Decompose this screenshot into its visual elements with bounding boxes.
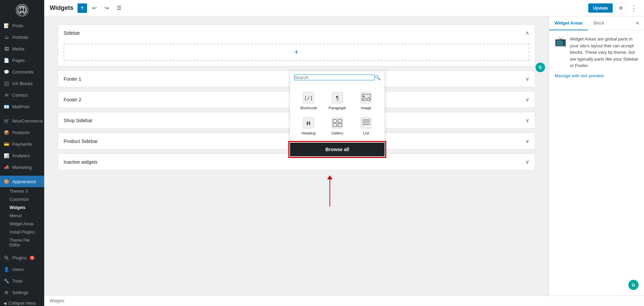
sidebar-item-contact-label: Contact [12, 93, 28, 98]
sidebar-item-settings-label: Settings [12, 290, 28, 295]
sidebar-subitem-theme-file-editor[interactable]: Theme File Editor [0, 236, 44, 249]
plugins-badge: 5 [30, 256, 35, 260]
theme-file-editor-label: Theme File Editor [10, 238, 30, 247]
page-footer: Widgets [44, 295, 644, 306]
products-icon: 📦 [3, 129, 10, 135]
tab-block[interactable]: Block [588, 16, 610, 30]
sidebar-item-mailpoet[interactable]: 📧 MailPoet [0, 101, 44, 112]
mailpoet-icon: 📧 [3, 103, 10, 110]
image-label: Image [361, 106, 371, 110]
sidebar-item-pages[interactable]: 📄 Pages [0, 54, 44, 66]
chevron-down-icon-inactive: ∨ [525, 159, 529, 165]
image-icon [360, 92, 372, 104]
sidebar-item-settings[interactable]: ⚙ Settings [0, 287, 44, 298]
sidebar-item-payments[interactable]: 💳 Payments [0, 138, 44, 150]
chevron-down-icon-footer1: ∨ [525, 76, 529, 82]
svg-text:[/]: [/] [304, 95, 313, 101]
search-input[interactable] [294, 75, 375, 80]
sidebar-item-ux-blocks-label: UX Blocks [12, 81, 33, 86]
sidebar-item-woocommerce[interactable]: 🛒 WooCommerce [0, 115, 44, 127]
inserter-block-paragraph[interactable]: ¶ Paragraph [323, 88, 352, 113]
sidebar-subitem-menus[interactable]: Menus [0, 212, 44, 220]
inserter-block-image[interactable]: Image [352, 88, 380, 113]
add-block-button[interactable]: + [78, 3, 87, 13]
sidebar-subitem-customize[interactable]: Customize [0, 195, 44, 204]
themes-label: Themes [10, 189, 24, 194]
sidebar-item-products-label: Products [12, 130, 30, 135]
sidebar-item-media[interactable]: 🖼 Media [0, 43, 44, 54]
inserter-block-heading[interactable]: H Heading [294, 113, 323, 139]
sidebar-item-posts[interactable]: 📝 Posts [0, 20, 44, 31]
redo-button[interactable]: ↪ [102, 3, 112, 13]
tools-icon: 🔧 [3, 278, 10, 284]
search-icon: 🔍 [375, 75, 380, 80]
svg-point-7 [363, 96, 365, 97]
collapse-menu[interactable]: ◀ Collapse menu [0, 298, 44, 306]
sidebar-item-posts-label: Posts [12, 23, 23, 28]
sidebar-item-comments[interactable]: 💬 Comments [0, 66, 44, 78]
sidebar-item-tools-label: Tools [12, 278, 22, 284]
shortcode-label: Shortcode [300, 106, 317, 110]
shortcode-icon: [/] [302, 92, 315, 104]
sidebar-item-appearance[interactable]: 🎨 Appearance [0, 176, 44, 187]
manage-live-preview-link[interactable]: Manage with live preview [555, 73, 639, 78]
update-button[interactable]: Update [588, 3, 613, 13]
sidebar-item-ux-blocks[interactable]: ⬛ UX Blocks [0, 78, 44, 89]
more-options-button[interactable]: ⋮ [629, 3, 639, 13]
sidebar-item-tools[interactable]: 🔧 Tools [0, 275, 44, 287]
sidebar-item-products[interactable]: 📦 Products [0, 127, 44, 138]
woocommerce-icon: 🛒 [3, 118, 10, 124]
heading-label: Heading [302, 131, 316, 135]
list-view-button[interactable]: ☰ [114, 3, 124, 13]
inserter-block-list[interactable]: List [352, 113, 380, 139]
sidebar-subitem-widget-areas[interactable]: Widget Areas [0, 220, 44, 228]
close-panel-button[interactable]: × [631, 17, 644, 30]
gallery-icon [331, 117, 343, 129]
sidebar-item-analytics[interactable]: 📊 Analytics [0, 150, 44, 161]
widget-areas-description-area: 📺 Widget Areas are global parts in your … [555, 36, 639, 69]
comments-icon: 💬 [3, 69, 10, 75]
close-icon: × [635, 20, 639, 27]
widget-main: Sidebar ∧ + G Footer 1 ∨ [44, 16, 549, 295]
right-panel-content: 📺 Widget Areas are global parts in your … [549, 30, 644, 168]
sidebar-subitem-install-plugins[interactable]: Install Plugins [0, 228, 44, 236]
posts-icon: 📝 [3, 22, 10, 29]
wp-logo [0, 0, 44, 20]
section-title-footer2: Footer 2 [64, 97, 81, 102]
inserter-block-shortcode[interactable]: [/] Shortcode [294, 88, 323, 113]
undo-button[interactable]: ↩ [90, 3, 99, 13]
sidebar-item-payments-label: Payments [12, 142, 32, 147]
add-widget-button[interactable]: + [64, 44, 529, 61]
section-title-shop-sidebar: Shop Sidebar [64, 118, 92, 123]
paragraph-icon: ¶ [331, 92, 343, 104]
sidebar-item-appearance-label: Appearance [12, 179, 36, 184]
sidebar-item-contact[interactable]: ✉ Contact [0, 89, 44, 101]
sidebar-item-woocommerce-label: WooCommerce [12, 118, 43, 124]
section-header-sidebar[interactable]: Sidebar ∧ [58, 25, 535, 41]
inserter-block-gallery[interactable]: Gallery [323, 113, 352, 139]
footer-label: Widgets [50, 299, 64, 303]
sidebar-item-portfolio[interactable]: 🗂 Portfolio [0, 31, 44, 43]
sidebar-item-media-label: Media [12, 46, 24, 51]
svg-rect-5 [361, 92, 372, 103]
pages-icon: 📄 [3, 57, 10, 63]
portfolio-icon: 🗂 [3, 34, 10, 40]
tab-widget-areas[interactable]: Widget Areas [549, 16, 588, 30]
browse-all-button[interactable]: Browse all [290, 143, 385, 156]
sidebar-subitem-themes[interactable]: Themes 3 [0, 187, 44, 195]
sidebar-item-users-label: Users [12, 267, 24, 272]
paragraph-label: Paragraph [328, 106, 346, 110]
chevron-down-icon-shop: ∨ [525, 117, 529, 124]
sidebar-item-users[interactable]: 👤 Users [0, 263, 44, 275]
arrow-head [327, 175, 333, 179]
block-inserter-popup: 🔍 [/] Shortcode [290, 71, 385, 157]
payments-icon: 💳 [3, 141, 10, 147]
user-gravatar: G [628, 280, 639, 290]
settings-gear-button[interactable]: ⚙ [615, 3, 626, 14]
sidebar-subitem-widgets[interactable]: Widgets [0, 204, 44, 212]
right-panel: Widget Areas Block × 📺 Widget Areas are … [549, 16, 644, 295]
sidebar-item-marketing[interactable]: 📣 Marketing [0, 161, 44, 173]
inserter-blocks-grid: [/] Shortcode ¶ Paragraph [290, 84, 385, 143]
sidebar-item-plugins[interactable]: 🔌 Plugins 5 [0, 252, 44, 263]
section-title-footer1: Footer 1 [64, 76, 81, 82]
